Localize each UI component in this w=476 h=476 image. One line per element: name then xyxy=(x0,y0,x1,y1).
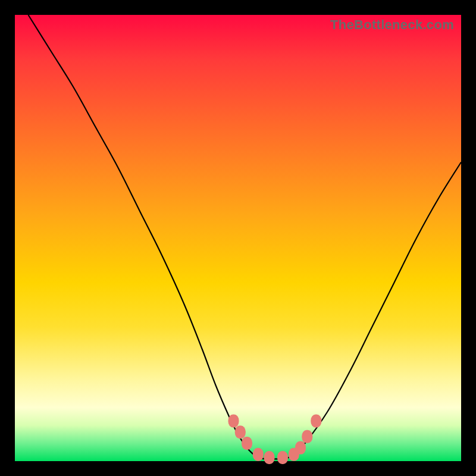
highlight-marker xyxy=(277,451,288,464)
highlight-marker xyxy=(253,448,264,461)
chart-frame: TheBottleneck.com xyxy=(0,0,476,476)
right-curve xyxy=(292,162,461,457)
highlight-marker xyxy=(264,451,275,464)
plot-area: TheBottleneck.com xyxy=(15,15,461,461)
highlight-marker xyxy=(242,437,252,450)
highlight-marker xyxy=(235,425,246,439)
highlight-marker xyxy=(311,415,321,428)
highlight-marker xyxy=(295,441,306,455)
chart-svg xyxy=(15,15,461,461)
highlight-marker xyxy=(228,415,239,428)
highlight-marker xyxy=(302,430,312,443)
left-curve xyxy=(29,15,256,457)
marker-group xyxy=(228,415,322,465)
